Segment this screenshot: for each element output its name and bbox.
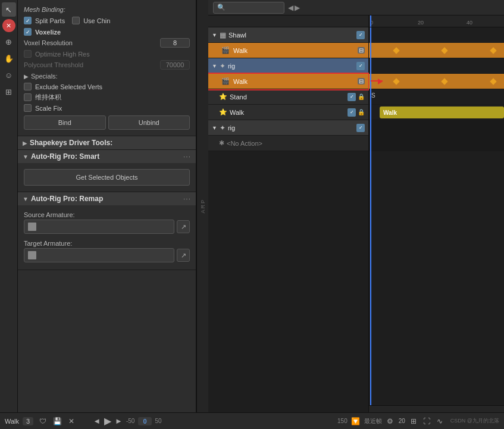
wave-icon[interactable]: ∿: [434, 415, 446, 427]
grab-icon[interactable]: ✋: [2, 51, 16, 65]
shapekeys-arrow-icon: ▶: [23, 140, 27, 146]
nla-track-rig-walk-action[interactable]: ⭐ Walk 🔒: [208, 105, 368, 120]
save-icon[interactable]: 💾: [51, 415, 63, 427]
voxelize-checkbox[interactable]: [24, 28, 32, 36]
h-scrollbar[interactable]: [369, 405, 504, 412]
walk-nla-strip: Walk: [380, 107, 504, 118]
next-frame-icon[interactable]: ►: [115, 417, 123, 425]
scale-fix-label: Scale Fix: [35, 105, 62, 112]
unbind-button[interactable]: Unbind: [108, 115, 190, 130]
rig-arrow-icon: ▼: [212, 63, 217, 69]
x-bottom-icon[interactable]: ✕: [65, 415, 77, 427]
timeline-arrows[interactable]: ◀ ▶: [288, 4, 300, 12]
use-chin-checkbox[interactable]: [72, 17, 80, 24]
source-armature-label: Source Armature:: [24, 209, 190, 220]
shawl-name: Shawl: [228, 32, 354, 39]
auto-rig-smart-section: ▼ Auto-Rig Pro: Smart ··· Get Selected O…: [18, 150, 196, 192]
split-parts-checkbox[interactable]: [24, 17, 32, 24]
auto-rig-smart-header[interactable]: ▼ Auto-Rig Pro: Smart ···: [18, 150, 196, 163]
filter-icon[interactable]: 🔽: [350, 415, 362, 427]
maintain-volume-checkbox[interactable]: [24, 93, 32, 101]
face-icon[interactable]: ☺: [2, 68, 16, 82]
shawl-walk-bar: [369, 43, 504, 58]
zoom-icon[interactable]: ⊞: [408, 415, 420, 427]
rig2-arrow-icon: ▼: [212, 125, 217, 131]
left-arrow-icon: ◀: [288, 4, 293, 12]
ruler-playhead: [370, 15, 371, 27]
nla-ruler-spacer: [208, 15, 368, 27]
grid-icon[interactable]: ⊞: [2, 84, 16, 99]
timeline-header: 🔍 ◀ ▶: [208, 0, 504, 15]
expand-icon[interactable]: ⛶: [421, 415, 433, 427]
move-icon[interactable]: ⊕: [2, 35, 16, 49]
shapekeys-header[interactable]: ▶ Shapekeys Driver Tools:: [18, 136, 196, 149]
specials-row: ▶ Specials:: [24, 71, 190, 82]
shawl-arrow-icon: ▼: [212, 32, 217, 38]
voxel-resolution-value[interactable]: 8: [160, 38, 190, 48]
nla-track-shawl[interactable]: ▼ ▦ Shawl: [208, 27, 368, 43]
optimize-high-res-checkbox[interactable]: [24, 50, 32, 58]
timeline-row-walk-action: Walk: [369, 105, 504, 120]
nla-track-rig[interactable]: ▼ ✦ rig: [208, 58, 368, 74]
remap-body: Source Armature: ↗ Target Armature: ↗: [18, 205, 196, 270]
remap-title: Auto-Rig Pro: Remap: [31, 195, 103, 203]
nla-track-rig-walk[interactable]: 🎬 Walk ⊟: [208, 74, 368, 89]
rig-walk-name: Walk: [233, 78, 355, 85]
target-armature-square-icon: [28, 251, 36, 259]
source-armature-input[interactable]: [24, 220, 174, 234]
settings-icon[interactable]: ⚙: [384, 415, 396, 427]
frame-150-label: 150: [337, 418, 348, 424]
nla-track-names: ▼ ▦ Shawl 🎬 Walk ⊟: [208, 15, 369, 412]
film2-icon: 🎬: [221, 77, 230, 85]
maintain-volume-label: 维持体积: [35, 93, 61, 102]
polycount-value[interactable]: 70000: [160, 60, 190, 70]
shield-icon[interactable]: 🛡: [37, 415, 49, 427]
right-arrow-icon: ▶: [295, 4, 300, 12]
nla-track-shawl-walk[interactable]: 🎬 Walk ⊟: [208, 43, 368, 58]
search-icon: 🔍: [217, 4, 226, 11]
shapekeys-title: Shapekeys Driver Tools:: [30, 139, 112, 147]
scale-fix-checkbox[interactable]: [24, 104, 32, 112]
get-selected-objects-button[interactable]: Get Selected Objects: [24, 169, 190, 186]
exclude-selected-verts-label: Exclude Selected Verts: [35, 83, 102, 90]
timeline-row-rig2: [369, 120, 504, 136]
shawl-icons: [356, 31, 365, 39]
scale-fix-row: Scale Fix: [24, 103, 190, 113]
target-armature-picker-icon[interactable]: ↗: [177, 249, 190, 262]
timeline-search[interactable]: 🔍: [213, 2, 284, 14]
source-armature-square-icon: [28, 223, 36, 231]
rig2-checkbox[interactable]: [356, 124, 365, 132]
auto-rig-remap-header[interactable]: ▼ Auto-Rig Pro: Remap ···: [18, 192, 196, 205]
stand-checkbox[interactable]: [348, 93, 356, 101]
shawl-walk-name: Walk: [233, 47, 355, 54]
exclude-selected-verts-checkbox[interactable]: [24, 83, 32, 90]
rig-checkbox[interactable]: [356, 62, 365, 70]
source-armature-picker-icon[interactable]: ↗: [177, 220, 190, 233]
watermark: CSDN @九月的北落: [450, 417, 499, 425]
play-icon[interactable]: ▶: [104, 415, 111, 427]
bottom-icons: 🛡 💾 ✕: [37, 415, 77, 427]
no-action-name: <No Action>: [227, 140, 365, 147]
prev-frame-icon[interactable]: ◄: [93, 417, 101, 425]
nla-track-stand[interactable]: ⭐ Stand 🔒: [208, 89, 368, 105]
cursor-icon[interactable]: ↖: [2, 2, 16, 17]
x-icon[interactable]: ✕: [2, 19, 15, 32]
shawl-walk-icon: ⊟: [358, 47, 365, 54]
shawl-checkbox[interactable]: [356, 31, 365, 39]
film-icon: 🎬: [221, 46, 230, 54]
arp-label: ARP: [196, 0, 208, 412]
filter-label[interactable]: 最近帧: [364, 417, 382, 425]
bottom-right: 150 🔽 最近帧 ⚙ 20 ⊞ ⛶ ∿ CSDN @九月的北落: [337, 415, 499, 427]
rig2-armature-icon: ✦: [220, 124, 226, 132]
timeline-row-rig-walk: [369, 74, 504, 89]
nla-track-rig2[interactable]: ▼ ✦ rig: [208, 120, 368, 136]
nla-track-no-action[interactable]: ✱ <No Action>: [208, 136, 368, 151]
target-armature-input[interactable]: [24, 248, 174, 262]
current-frame-field[interactable]: 0: [138, 417, 151, 425]
frame-icons-right: ⊞ ⛶ ∿: [408, 415, 446, 427]
timeline-row-shawl-walk: [369, 43, 504, 58]
voxelize-label: Voxelize: [35, 29, 61, 36]
walk-action-checkbox[interactable]: [348, 108, 356, 117]
bind-button[interactable]: Bind: [24, 115, 106, 130]
time-controls: ◄ ▶ ► -50 0 50: [93, 415, 161, 427]
